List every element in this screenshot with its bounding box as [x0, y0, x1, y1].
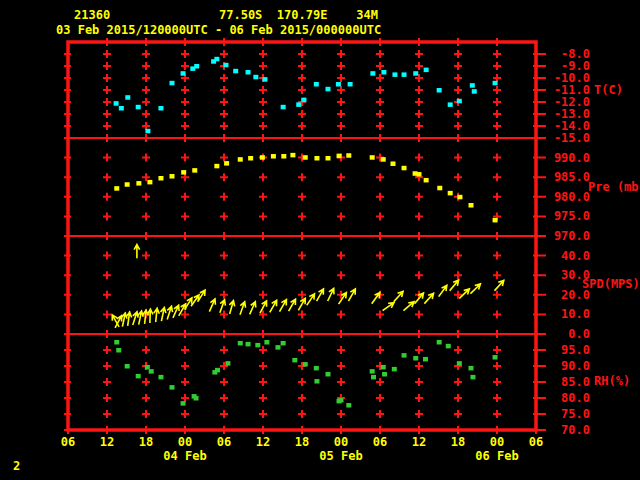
wind-arrow: [425, 293, 434, 303]
y-tick-label: 70.0: [544, 423, 590, 437]
wind-arrow: [349, 289, 356, 300]
wind-arrow: [460, 289, 469, 298]
humidity-point: [381, 365, 386, 370]
wind-arrow: [328, 289, 334, 301]
wind-arrow: [383, 303, 394, 310]
wind-arrow: [133, 312, 138, 324]
temperature-point: [314, 82, 319, 87]
x-tick-label: 12: [408, 435, 430, 449]
wind-arrow: [270, 300, 277, 311]
humidity-point: [314, 366, 319, 371]
temperature-point: [296, 102, 301, 107]
y-axis-unit-label: SPD(MPS): [582, 277, 640, 291]
humidity-point: [303, 362, 308, 367]
humidity-point: [181, 401, 186, 406]
wind-arrow: [138, 311, 143, 324]
x-tick-label: 00: [330, 435, 352, 449]
pressure-point: [260, 155, 265, 160]
pressure-point: [214, 164, 219, 169]
humidity-point: [314, 379, 319, 384]
pressure-point: [457, 195, 462, 200]
temperature-point: [136, 105, 141, 110]
humidity-point: [470, 375, 475, 380]
pressure-point: [381, 157, 386, 162]
pressure-point: [417, 172, 422, 177]
humidity-point: [402, 353, 407, 358]
pressure-point: [147, 180, 152, 185]
temperature-point: [214, 57, 219, 62]
date-label: 05 Feb: [317, 449, 365, 463]
pressure-point: [158, 176, 163, 181]
y-tick-label: 975.0: [544, 209, 590, 223]
humidity-point: [281, 341, 286, 346]
temperature-point: [448, 102, 453, 107]
humidity-point: [225, 361, 230, 366]
wind-arrow: [250, 302, 256, 314]
humidity-point: [114, 340, 119, 345]
wind-arrow: [372, 293, 380, 304]
temperature-point: [158, 106, 163, 111]
temperature-point: [119, 106, 124, 111]
humidity-point: [382, 372, 387, 377]
wind-arrow: [154, 308, 159, 321]
wind-arrow: [471, 284, 480, 293]
humidity-point: [145, 365, 150, 370]
wind-arrow: [439, 285, 447, 296]
meteogram-screen: 21360 77.50S 170.79E 34M 03 Feb 2015/120…: [0, 0, 640, 480]
temperature-point: [472, 89, 477, 94]
humidity-point: [264, 340, 269, 345]
temperature-point: [181, 71, 186, 76]
humidity-point: [457, 361, 462, 366]
pressure-point: [437, 186, 442, 191]
x-tick-label: 00: [486, 435, 508, 449]
humidity-point: [255, 343, 260, 348]
humidity-point: [423, 357, 428, 362]
humidity-point: [339, 398, 344, 403]
y-tick-label: 95.0: [544, 343, 590, 357]
y-tick-label: 985.0: [544, 170, 590, 184]
humidity-point: [170, 385, 175, 390]
temperature-point: [223, 63, 228, 68]
y-tick-label: -15.0: [544, 131, 590, 145]
temperature-point: [114, 101, 119, 106]
humidity-point: [149, 369, 154, 374]
y-tick-label: 980.0: [544, 190, 590, 204]
pressure-point: [391, 161, 396, 166]
date-label: 06 Feb: [473, 449, 521, 463]
y-tick-label: 970.0: [544, 229, 590, 243]
x-tick-label: 06: [369, 435, 391, 449]
pressure-point: [290, 153, 295, 158]
y-tick-label: 75.0: [544, 407, 590, 421]
humidity-point: [136, 374, 141, 379]
wind-arrow: [289, 299, 296, 310]
wind-arrow: [307, 294, 314, 305]
y-tick-label: 90.0: [544, 359, 590, 373]
pressure-point: [448, 191, 453, 196]
temperature-point: [381, 70, 386, 75]
x-tick-label: 18: [135, 435, 157, 449]
temperature-point: [392, 72, 397, 77]
humidity-point: [246, 342, 251, 347]
pressure-point: [224, 161, 229, 166]
temperature-point: [253, 75, 258, 80]
temperature-point: [402, 72, 407, 77]
temperature-point: [370, 71, 375, 76]
pressure-point: [469, 203, 474, 208]
y-tick-label: 0.0: [544, 327, 590, 341]
humidity-point: [125, 364, 130, 369]
humidity-point: [371, 375, 376, 380]
temperature-point: [125, 95, 130, 100]
temperature-point: [170, 81, 175, 86]
temperature-point: [281, 105, 286, 110]
temperature-point: [246, 70, 251, 75]
wind-arrow: [394, 291, 403, 301]
temperature-point: [145, 129, 150, 134]
humidity-point: [493, 355, 498, 360]
humidity-point: [469, 366, 474, 371]
date-label: 04 Feb: [161, 449, 209, 463]
pressure-point: [136, 181, 141, 186]
y-tick-label: 10.0: [544, 307, 590, 321]
wind-arrow: [143, 310, 148, 323]
page-number: 2: [13, 459, 20, 473]
temperature-point: [301, 98, 306, 103]
